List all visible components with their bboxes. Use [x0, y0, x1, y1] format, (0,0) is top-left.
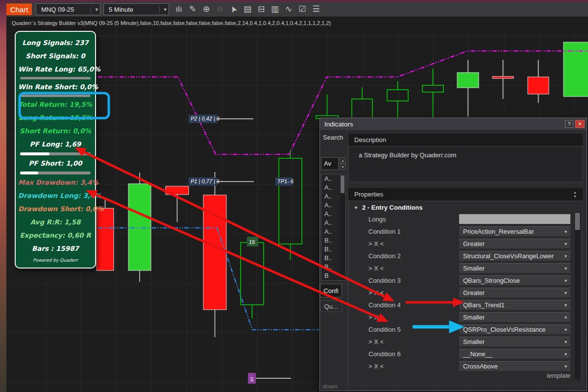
property-row: > X <CrossAbove▾ — [349, 361, 582, 371]
chevron-down-icon: ▾ — [564, 290, 570, 295]
entry-conditions-section[interactable]: ▼ 2 - Entry Conditions — [354, 204, 422, 211]
entry-conditions-label: 2 - Entry Conditions — [362, 204, 423, 211]
collapse-triangle-icon[interactable]: ▼ — [354, 205, 358, 210]
property-row: Condition 3QBars_StrongClose▾ — [349, 275, 582, 285]
properties-header-label: Properties — [354, 191, 383, 198]
list-scrollbar[interactable] — [340, 175, 345, 280]
histogram-glyph: ▥ — [271, 4, 279, 14]
cursor-icon[interactable]: ➤ — [227, 2, 241, 16]
panel-layout-icon[interactable]: ⊟ — [254, 2, 268, 16]
property-label: Condition 2 — [349, 252, 459, 260]
chevron-down-icon: ▾ — [564, 327, 570, 332]
spinner-down-icon[interactable]: ▼ — [340, 164, 346, 170]
data-inspector-icon[interactable]: ▤ — [241, 2, 254, 16]
property-row: Condition 5QSRPro_CloseVsResistance▾ — [349, 324, 582, 334]
property-row: Condition 4QBars_Trend1▾ — [349, 300, 582, 310]
condition-select[interactable]: Greater▾ — [459, 239, 570, 248]
scroll-thumb[interactable] — [341, 175, 344, 193]
down-label: down — [322, 383, 338, 390]
chart-title-row: Quaderr`s Strategy Builder v3(MNQ 09-25 … — [6, 17, 588, 29]
qu-button[interactable]: Qu... — [320, 300, 342, 312]
dialog-titlebar[interactable]: Indicators ? × — [320, 118, 587, 130]
property-label: > X < — [349, 363, 459, 370]
condition-select-value: QBars_StrongClose — [459, 277, 564, 284]
scroll-thumb[interactable] — [575, 213, 580, 230]
chevron-down-icon: ▾ — [564, 302, 570, 308]
list-glyph: ☰ — [312, 4, 319, 14]
condition-select[interactable]: CrossAbove▾ — [459, 361, 570, 371]
template-label: template — [547, 372, 570, 379]
report-icon[interactable]: ☑ — [295, 2, 309, 16]
property-label: Condition 5 — [349, 326, 459, 333]
condition-select[interactable]: Smaller▾ — [459, 312, 570, 322]
stat-row: Drawdown Short: 0,0% — [18, 202, 93, 216]
candlestick-glyph: ılı — [175, 4, 182, 14]
stat-row: Expectancy: 0,60 R — [18, 229, 93, 242]
longs-value-box[interactable] — [459, 214, 570, 224]
strategy-stats-panel: Long Signals: 237Short Signals: 0Win Rat… — [15, 31, 96, 269]
help-button[interactable]: ? — [565, 120, 573, 128]
condition-select[interactable]: Smaller▾ — [459, 337, 570, 346]
description-text: a Strategy Builder by Quaderr.com — [349, 147, 582, 159]
property-label: Condition 1 — [349, 228, 459, 235]
condition-select[interactable]: Greater▾ — [459, 288, 570, 297]
condition-select[interactable]: QBars_StrongClose▾ — [459, 275, 570, 285]
condition-select[interactable]: Smaller▾ — [459, 263, 570, 273]
stat-row: Avg R:R: 1,58 — [18, 216, 93, 229]
condition-select-value: __None__ — [459, 350, 564, 358]
instrument-select[interactable]: MNQ 09-25 ▾ — [36, 3, 100, 15]
property-label: > X < — [349, 289, 459, 296]
timeframe-select[interactable]: 5 Minute ▾ — [103, 3, 169, 15]
properties-panel: ▼ 2 - Entry Conditions LongsCondition 1P… — [348, 201, 583, 386]
line-chart-icon[interactable]: ∿ — [282, 2, 295, 16]
search-label: Search — [323, 134, 343, 141]
pencil-icon[interactable]: ✎ — [186, 2, 199, 16]
list-icon[interactable]: ☰ — [309, 2, 323, 16]
condition-select[interactable]: QBars_Trend1▾ — [459, 300, 570, 310]
panel-layout-glyph: ⊟ — [258, 4, 265, 14]
condition-select[interactable]: Structural_CloseVsRangeLower▾ — [459, 251, 570, 261]
chevron-down-icon: ▾ — [564, 266, 570, 271]
condition-select[interactable]: QSRPro_CloseVsResistance▾ — [459, 324, 570, 334]
properties-header: Properties ▲▼ — [348, 188, 583, 200]
condition-rows: LongsCondition 1PriceAction_ReversalBar▾… — [349, 214, 582, 373]
spinner-up-icon[interactable]: ▲ — [340, 157, 346, 164]
condition-select[interactable]: PriceAction_ReversalBar▾ — [459, 226, 570, 236]
stat-row: Long Return: 19,5% — [18, 111, 93, 124]
stat-row: Win Rate Short: 0,0% — [18, 80, 93, 94]
property-row: > X <Smaller▾ — [349, 263, 582, 273]
stat-progress-fill — [20, 172, 38, 174]
close-button[interactable]: × — [575, 120, 585, 128]
properties-scrollbar[interactable] — [575, 213, 580, 379]
property-row: Longs — [349, 214, 582, 224]
tab-chart-label: Chart — [10, 5, 28, 14]
condition-select-value: Greater — [459, 289, 564, 296]
condition-select-value: Smaller — [459, 314, 564, 321]
search-spinner: ▲ ▼ — [340, 157, 346, 170]
property-row: Condition 6__None__▾ — [349, 349, 582, 359]
toolbar-icons: ılı✎⊕⊖➤▤⊟▥∿☑☰ — [172, 2, 323, 16]
zoom-in-icon[interactable]: ⊕ — [199, 2, 213, 16]
stat-row: PF Long: 1,69 — [18, 138, 93, 151]
indicator-list[interactable]: A..A..A..A..A..A..A..B..B..B..B..B — [321, 174, 346, 281]
scroll-arrows[interactable]: ▲▼ — [573, 188, 577, 200]
property-label: > X < — [349, 314, 459, 321]
tab-chart[interactable]: Chart — [6, 3, 32, 15]
timeframe-value: 5 Minute — [109, 6, 156, 13]
condition-select-value: PriceAction_ReversalBar — [459, 228, 564, 235]
line-chart-glyph: ∿ — [285, 4, 292, 14]
data-inspector-glyph: ▤ — [244, 4, 251, 14]
search-input[interactable]: Av — [321, 157, 339, 170]
stat-row: Bars : 15987 — [18, 242, 93, 255]
property-row: Condition 2Structural_CloseVsRangeLower▾ — [349, 251, 582, 261]
cursor-glyph: ➤ — [226, 3, 241, 16]
property-label: > X < — [349, 338, 459, 345]
stat-progress-track — [20, 152, 91, 155]
chevron-down-icon: ▾ — [159, 6, 167, 13]
property-label: > X < — [349, 265, 459, 272]
chevron-down-icon: ▾ — [564, 339, 570, 344]
histogram-icon[interactable]: ▥ — [268, 2, 282, 16]
condition-select[interactable]: __None__▾ — [459, 349, 570, 359]
candlestick-icon[interactable]: ılı — [172, 2, 186, 16]
configure-button[interactable]: Confi — [320, 284, 342, 297]
